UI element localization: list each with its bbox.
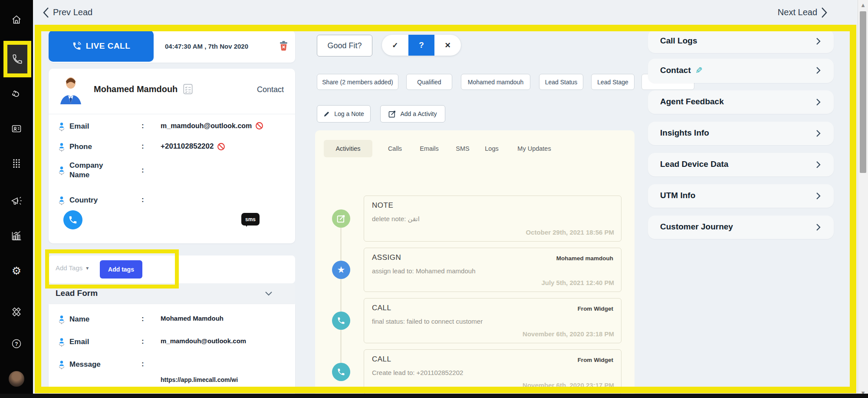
person-pin-icon (58, 338, 65, 349)
phone-icon (12, 53, 23, 65)
svg-text:?: ? (15, 341, 18, 347)
entry-timestamp: October 29th, 2021 18:56 PM (526, 229, 614, 236)
timeline-entry-note: NOTE delete note: اتقن October 29th, 202… (364, 196, 621, 242)
tab-activities[interactable]: Activities (324, 140, 372, 157)
panel-label: Insights Info (660, 128, 709, 138)
settings-gear-icon[interactable]: ⚙ (10, 265, 23, 277)
tab-logs[interactable]: Logs (479, 140, 504, 157)
help-icon[interactable]: ? (10, 338, 23, 350)
log-a-note-button[interactable]: Log a Note (317, 105, 371, 123)
entry-timestamp: July 5th, 2021 12:40 PM (541, 279, 614, 286)
contact-name: Mohamed Mamdouh (94, 84, 178, 94)
field-colon: : (141, 196, 144, 204)
phone-icon (332, 312, 350, 330)
entry-body: delete note: اتقن (372, 215, 420, 223)
tab-sms[interactable]: SMS (450, 140, 475, 157)
prev-lead-label: Prev Lead (53, 7, 92, 17)
divider (49, 114, 295, 114)
next-lead-button[interactable]: Next Lead (778, 0, 828, 25)
dialpad-icon[interactable] (10, 157, 23, 169)
add-tags-placeholder: Add Tags (56, 264, 82, 272)
chevron-right-icon (816, 192, 821, 202)
note-edit-icon (332, 209, 350, 228)
panel-label: UTM Info (660, 191, 695, 200)
edit-square-icon (388, 110, 396, 118)
apps-grid-icon[interactable] (10, 306, 23, 318)
lead-form-details-icon[interactable] (183, 83, 193, 95)
person-pin-icon (58, 166, 65, 177)
live-call-button[interactable]: LIVE CALL (49, 30, 154, 62)
panel-contact[interactable]: Contact ✎ (648, 59, 834, 83)
entry-body: assign lead to: Mohamed mamdouh (372, 267, 475, 275)
panel-lead-device-data[interactable]: Lead Device Data (648, 153, 834, 176)
lead-form-header[interactable]: Lead Form (49, 283, 295, 304)
fit-no-option[interactable]: ✕ (434, 35, 461, 56)
entry-timestamp: November 6th, 2020 23:18 PM (523, 330, 614, 338)
sms-button[interactable]: sms (241, 213, 260, 226)
edit-pencil-icon[interactable]: ✎ (695, 65, 703, 76)
call-contact-button[interactable] (63, 210, 82, 229)
log-a-note-label: Log a Note (334, 110, 364, 117)
qualified-button[interactable]: Qualified (406, 74, 452, 90)
sidebar-item-calls[interactable] (7, 45, 27, 73)
chevron-down-icon[interactable] (265, 290, 273, 298)
field-colon: : (141, 166, 144, 175)
panel-insights-info[interactable]: Insights Info (648, 122, 834, 145)
fit-maybe-option[interactable]: ? (408, 35, 435, 56)
panel-label: Call Logs (660, 36, 697, 46)
tab-calls[interactable]: Calls (381, 140, 409, 157)
field-label: Email (69, 337, 135, 347)
scroll-up-arrow[interactable]: ▲ (858, 3, 868, 7)
good-fit-button[interactable]: Good Fit? (317, 35, 372, 56)
blocked-icon[interactable] (255, 122, 263, 130)
sms-label: sms (245, 216, 256, 222)
field-colon: : (141, 142, 144, 151)
field-colon: : (141, 360, 144, 368)
lead-status-button[interactable]: Lead Status (539, 74, 583, 90)
home-icon[interactable] (10, 13, 23, 26)
contact-card-icon[interactable] (10, 123, 23, 135)
scrollbar[interactable]: ▲ ▼ (858, 0, 868, 398)
panel-agent-feedback[interactable]: Agent Feedback (648, 90, 834, 114)
user-avatar[interactable] (9, 371, 24, 387)
add-tags-button[interactable]: Add tags (100, 260, 142, 279)
add-tags-dropdown[interactable]: Add Tags ▾ (56, 264, 89, 272)
megaphone-icon[interactable] (10, 195, 23, 207)
tab-my-updates[interactable]: My Updates (510, 140, 558, 157)
owner-button[interactable]: Mohamed mamdouh (461, 74, 530, 90)
lead-form-card: Name : Mohamed Mamdouh Email : m_mamdouh… (49, 304, 295, 398)
scrollbar-thumb[interactable] (860, 11, 866, 173)
field-value: m_mamdouh@outlook.com (161, 337, 246, 345)
star-icon: ★ (332, 261, 350, 279)
tab-emails[interactable]: Emails (413, 140, 445, 157)
timeline-entry-call: CALL From Widget Create lead to: +201102… (364, 349, 621, 395)
chevron-right-icon (816, 223, 821, 233)
field-colon: : (141, 315, 144, 323)
magnet-icon[interactable] (10, 88, 23, 100)
bar-chart-icon[interactable] (10, 229, 23, 242)
lead-stage-button[interactable]: Lead Stage (591, 74, 635, 90)
delete-lead-button[interactable] (279, 41, 288, 53)
share-button[interactable]: Share (2 members added) (317, 74, 398, 90)
caret-down-icon: ▾ (86, 265, 89, 271)
contact-avatar (57, 76, 84, 104)
blocked-icon[interactable] (217, 143, 225, 151)
panel-utm-info[interactable]: UTM Info (648, 184, 834, 208)
phone-nav-highlight-annotation (3, 41, 31, 77)
panel-customer-journey[interactable]: Customer Journey (648, 216, 834, 239)
panel-call-logs[interactable]: Call Logs (648, 30, 834, 53)
field-label: Phone (69, 142, 135, 152)
add-activity-label: Add a Activity (400, 110, 437, 117)
entry-meta: From Widget (578, 357, 613, 363)
lead-form-title: Lead Form (56, 289, 98, 298)
prev-lead-button[interactable]: Prev Lead (43, 0, 92, 25)
panel-label: Contact (660, 66, 691, 75)
activity-panel: Activities Calls Emails SMS Logs My Upda… (315, 130, 635, 398)
tags-section: Add Tags ▾ Add tags (49, 255, 295, 283)
add-activity-button[interactable]: Add a Activity (380, 105, 445, 123)
entry-meta: From Widget (578, 305, 613, 312)
chevron-right-icon (816, 66, 821, 76)
fit-yes-option[interactable]: ✓ (382, 35, 408, 56)
entry-meta: Mohamed mamdouh (556, 255, 613, 262)
field-label: Email (69, 122, 135, 131)
